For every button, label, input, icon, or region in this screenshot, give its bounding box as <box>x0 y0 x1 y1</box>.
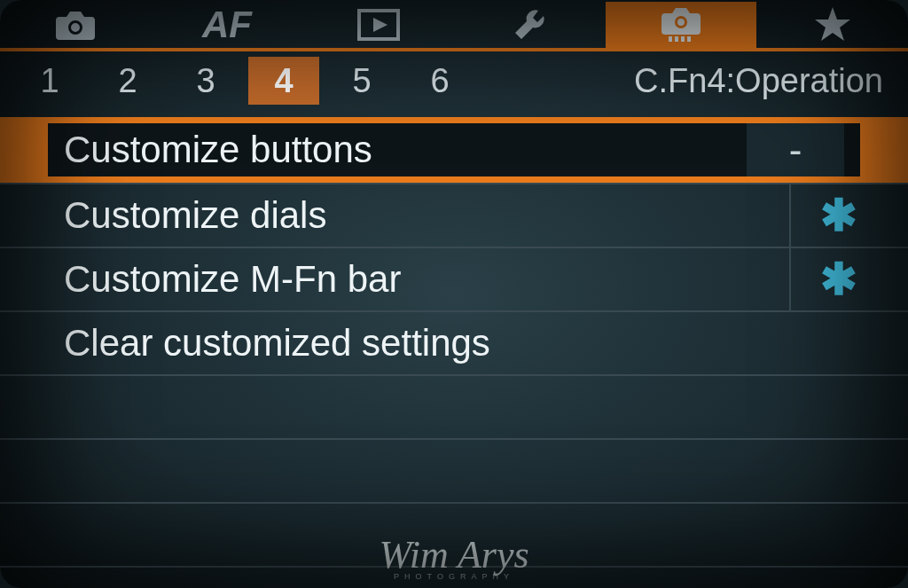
top-tab-bar: AF <box>0 2 908 51</box>
tab-custom-functions[interactable] <box>606 2 757 48</box>
page-tab-4[interactable]: 4 <box>248 57 319 105</box>
menu-item-customize-buttons[interactable]: Customize buttons - <box>0 117 908 184</box>
page-tab-6[interactable]: 6 <box>404 57 475 105</box>
menu-item-label: Customize M-Fn bar <box>64 258 789 301</box>
page-tab-5[interactable]: 5 <box>326 57 397 105</box>
menu-item-customize-mfn-bar[interactable]: Customize M-Fn bar ✱ <box>0 248 908 312</box>
menu-item-clear-customized[interactable]: Clear customized settings <box>0 312 908 376</box>
page-tab-2[interactable]: 2 <box>92 57 163 105</box>
play-icon <box>357 9 400 41</box>
tab-playback[interactable] <box>302 2 454 48</box>
wrench-icon <box>512 7 547 43</box>
menu-item-value: - <box>747 123 844 176</box>
af-label: AF <box>202 4 252 46</box>
menu-item-label: Customize buttons <box>64 129 731 171</box>
menu-item-label: Customize dials <box>64 194 789 237</box>
menu-list: Customize buttons - Customize dials ✱ Cu… <box>0 117 908 568</box>
page-tab-3[interactable]: 3 <box>170 57 241 105</box>
menu-item-customize-dials[interactable]: Customize dials ✱ <box>0 184 908 248</box>
page-tab-bar: 1 2 3 4 5 6 C.Fn4:Operation <box>0 51 908 110</box>
menu-item-value: ✱ <box>789 184 887 247</box>
menu-item-label: Clear customized settings <box>64 322 887 365</box>
menu-item-empty <box>0 376 908 440</box>
camera-custom-icon <box>660 6 702 43</box>
watermark-sub: PHOTOGRAPHY <box>379 575 528 579</box>
menu-item-empty <box>0 440 908 504</box>
camera-icon <box>56 10 95 40</box>
watermark: Wim Arys PHOTOGRAPHY <box>379 544 528 579</box>
menu-item-value: ✱ <box>789 248 887 310</box>
tab-autofocus[interactable]: AF <box>152 2 303 48</box>
page-tab-1[interactable]: 1 <box>14 57 85 105</box>
star-icon <box>813 5 852 44</box>
page-title: C.Fn4:Operation <box>634 62 901 100</box>
watermark-main: Wim Arys <box>379 533 528 576</box>
tab-setup[interactable] <box>454 2 606 48</box>
tab-mymenu[interactable] <box>756 2 908 48</box>
tab-camera[interactable] <box>0 2 152 48</box>
